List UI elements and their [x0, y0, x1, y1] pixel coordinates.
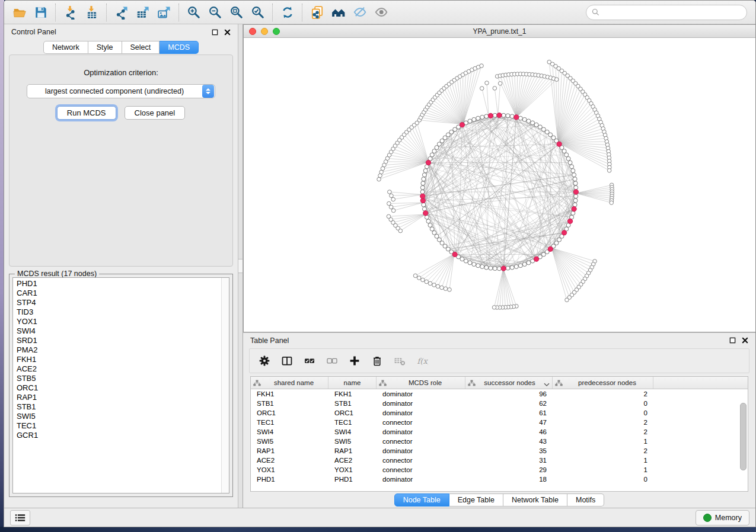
- table-row[interactable]: SWI5SWI5connector431: [251, 437, 748, 446]
- table-scrollbar-thumb[interactable]: [740, 403, 747, 470]
- tab-select[interactable]: Select: [122, 41, 160, 54]
- table-cell: 2: [553, 428, 653, 435]
- table-row[interactable]: SWI4SWI4dominator462: [251, 427, 748, 437]
- table-row[interactable]: TEC1TEC1connector472: [251, 418, 748, 427]
- mcds-result-item[interactable]: ACE2: [17, 364, 221, 374]
- copy-network-button[interactable]: [307, 2, 328, 23]
- mcds-result-item[interactable]: GCR1: [17, 431, 221, 440]
- mcds-result-item[interactable]: STP4: [17, 298, 221, 307]
- zoom-selected-button[interactable]: [247, 2, 269, 23]
- search-box: [586, 5, 747, 20]
- mcds-result-item[interactable]: FKH1: [17, 355, 221, 364]
- split-panel-button[interactable]: [278, 352, 296, 370]
- mcds-result-item[interactable]: STB5: [17, 374, 221, 383]
- zoom-out-button[interactable]: [205, 2, 226, 23]
- column-header-name[interactable]: name: [328, 377, 377, 389]
- memory-button[interactable]: Memory: [696, 510, 749, 525]
- table-cell: SWI5: [251, 438, 328, 445]
- mcds-result-list[interactable]: PHD1CAR1STP4TID3YOX1SWI4SRD1PMA2FKH1ACE2…: [13, 278, 221, 493]
- first-neighbors-button[interactable]: [328, 2, 349, 23]
- column-header-shared-name[interactable]: shared name: [251, 377, 328, 389]
- column-header-successor-nodes[interactable]: successor nodes: [465, 377, 553, 389]
- import-table-button[interactable]: [81, 2, 103, 23]
- network-canvas[interactable]: [244, 38, 755, 332]
- mcds-result-item[interactable]: STB1: [17, 402, 221, 412]
- panel-splitter[interactable]: [238, 24, 243, 508]
- mcds-result-item[interactable]: PHD1: [17, 279, 221, 289]
- table-row[interactable]: RAP1RAP1dominator352: [251, 446, 748, 456]
- deselect-all-button[interactable]: [323, 352, 341, 370]
- hide-selected-button[interactable]: [349, 2, 371, 23]
- table-cell: 18: [465, 476, 553, 483]
- settings-button[interactable]: [256, 352, 273, 370]
- table-cell: STB1: [251, 400, 328, 407]
- column-label: MCDS role: [388, 379, 462, 386]
- tree-icon: [379, 380, 387, 386]
- search-input[interactable]: [602, 8, 742, 17]
- export-network-button[interactable]: [111, 2, 132, 23]
- mcds-result-item[interactable]: SWI4: [17, 326, 221, 336]
- column-header-predecessor-nodes[interactable]: predecessor nodes: [553, 377, 653, 389]
- table-row[interactable]: ORC1ORC1dominator610: [251, 408, 748, 418]
- optimization-criterion-select[interactable]: largest connected component (undirected): [27, 84, 215, 98]
- table-cell: dominator: [377, 447, 465, 454]
- refresh-button[interactable]: [277, 2, 298, 23]
- import-network-button[interactable]: [60, 2, 81, 23]
- table-row[interactable]: STB1STB1dominator620: [251, 399, 748, 408]
- tab-motifs[interactable]: Motifs: [567, 493, 604, 507]
- select-all-button[interactable]: [301, 352, 318, 370]
- float-panel-button[interactable]: [212, 29, 218, 36]
- table-cell: YOX1: [251, 466, 328, 473]
- show-all-button[interactable]: [371, 2, 392, 23]
- table-cell: dominator: [377, 476, 465, 483]
- table-tabs: Node TableEdge TableNetwork TableMotifs: [243, 492, 755, 508]
- table-panel-title: Table Panel: [250, 336, 289, 345]
- mcds-result-item[interactable]: TEC1: [17, 421, 221, 431]
- mcds-list-scrollbar[interactable]: [221, 278, 229, 493]
- mcds-result-item[interactable]: TID3: [17, 307, 221, 317]
- mcds-result-groupbox: MCDS result (17 nodes) PHD1CAR1STP4TID3Y…: [9, 274, 233, 497]
- tab-node-table[interactable]: Node Table: [394, 493, 449, 507]
- tab-mcds[interactable]: MCDS: [160, 41, 199, 54]
- mcds-result-item[interactable]: SRD1: [17, 336, 221, 345]
- mcds-result-item[interactable]: RAP1: [17, 393, 221, 402]
- run-mcds-button[interactable]: Run MCDS: [57, 106, 116, 120]
- node-table: shared namenameMCDS rolesuccessor nodesp…: [250, 376, 748, 492]
- mcds-result-item[interactable]: SWI5: [17, 412, 221, 421]
- tab-style[interactable]: Style: [88, 41, 122, 54]
- tab-edge-table[interactable]: Edge Table: [449, 493, 503, 507]
- float-table-panel-button[interactable]: [729, 337, 736, 344]
- function-builder-button: f(x): [413, 352, 431, 370]
- table-cell: FKH1: [251, 390, 328, 398]
- tab-network[interactable]: Network: [43, 41, 88, 54]
- splitter-collapse-handle[interactable]: [238, 259, 243, 273]
- close-table-panel-button[interactable]: [742, 337, 748, 344]
- table-row[interactable]: PHD1PHD1dominator180: [251, 475, 748, 484]
- zoom-fit-button[interactable]: [226, 2, 247, 23]
- save-session-button[interactable]: [30, 2, 52, 23]
- close-panel-button-mcds[interactable]: Close panel: [125, 106, 186, 120]
- export-image-button[interactable]: [154, 2, 175, 23]
- table-body: FKH1FKH1dominator962STB1STB1dominator620…: [251, 389, 748, 484]
- tree-icon: [555, 380, 563, 386]
- mcds-result-item[interactable]: ORC1: [17, 383, 221, 393]
- column-label: name: [331, 379, 374, 386]
- mcds-result-item[interactable]: PMA2: [17, 345, 221, 355]
- mcds-result-item[interactable]: CAR1: [17, 289, 221, 298]
- table-row[interactable]: ACE2ACE2connector311: [251, 456, 748, 465]
- delete-row-button[interactable]: [368, 352, 386, 370]
- table-cell: 1: [553, 466, 653, 473]
- table-row[interactable]: FKH1FKH1dominator962: [251, 389, 748, 399]
- table-row[interactable]: YOX1YOX1connector291: [251, 465, 748, 475]
- export-table-button[interactable]: [132, 2, 154, 23]
- add-row-button[interactable]: [346, 352, 363, 370]
- close-panel-button[interactable]: [224, 29, 231, 36]
- memory-status-icon: [703, 514, 712, 522]
- column-header-MCDS-role[interactable]: MCDS role: [377, 377, 465, 389]
- open-file-button[interactable]: [9, 2, 30, 23]
- task-history-button[interactable]: [10, 510, 30, 525]
- mcds-result-item[interactable]: YOX1: [17, 317, 221, 326]
- zoom-in-button[interactable]: [183, 2, 205, 23]
- table-cell: SWI4: [328, 428, 377, 435]
- tab-network-table[interactable]: Network Table: [503, 493, 567, 507]
